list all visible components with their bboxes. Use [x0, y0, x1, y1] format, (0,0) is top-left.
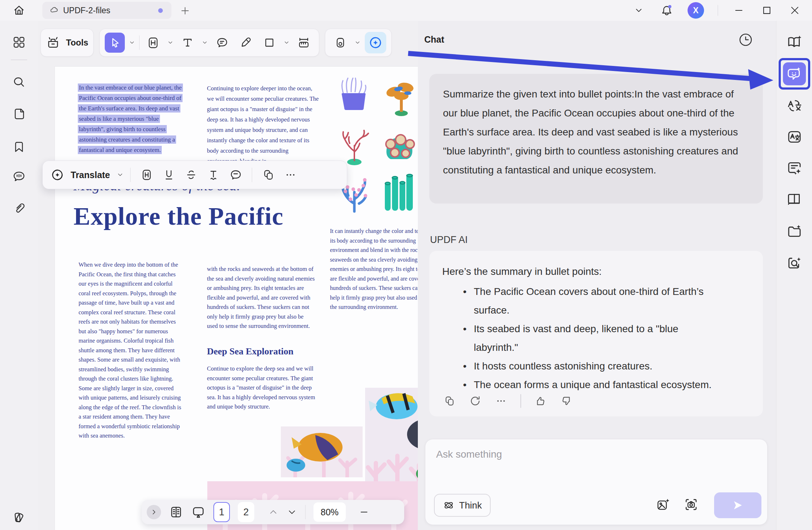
sidebar-item-thumbnails[interactable]: [12, 35, 26, 49]
highlight-button[interactable]: [137, 165, 156, 185]
coral-image-red-branch: [335, 122, 374, 166]
translate-box-icon: [787, 129, 802, 145]
sidebar-item-translate[interactable]: [786, 97, 803, 114]
comment-button[interactable]: [226, 165, 245, 185]
page-number-next[interactable]: 2: [238, 502, 254, 522]
sidebar-item-attachments[interactable]: [12, 200, 26, 214]
document-tab[interactable]: UPDF-2-files: [42, 2, 171, 19]
screenshot-button[interactable]: [683, 497, 699, 512]
new-tab-button[interactable]: [179, 4, 192, 17]
cursor-icon: [109, 37, 121, 49]
copy-response-button[interactable]: [443, 395, 456, 407]
measure-tool-button[interactable]: [294, 33, 314, 53]
more-options-button[interactable]: [281, 165, 300, 185]
sidebar-item-comments[interactable]: [12, 169, 26, 183]
select-tool-dropdown[interactable]: [128, 39, 136, 46]
clock-icon: [738, 32, 754, 48]
book-pages-icon: [787, 191, 802, 207]
thumbs-down-button[interactable]: [560, 395, 573, 407]
zoom-out-button[interactable]: [359, 507, 369, 517]
thumbs-up-button[interactable]: [534, 395, 547, 407]
column2-bottom-block: with the rocks and seaweeds at the botto…: [207, 264, 315, 412]
pen-tool-button[interactable]: [236, 33, 256, 53]
translate-label[interactable]: Translate: [71, 170, 110, 180]
chat-panel-title: Chat: [424, 34, 444, 45]
sidebar-item-search[interactable]: [12, 75, 26, 90]
ai-swirl-icon: [368, 35, 383, 50]
text-tool-button[interactable]: [178, 33, 198, 53]
presentation-mode-button[interactable]: [191, 505, 206, 519]
more-response-options-button[interactable]: [495, 395, 508, 407]
expand-bar-button[interactable]: [147, 505, 161, 519]
sidebar-item-pages[interactable]: [12, 107, 26, 121]
notifications-button[interactable]: [660, 3, 674, 18]
pdf-page[interactable]: In the vast embrace of our blue planet, …: [55, 67, 418, 530]
maximize-button[interactable]: [760, 3, 774, 18]
sidebar-item-ai-chat-active[interactable]: [779, 58, 810, 90]
ai-assistant-button[interactable]: [365, 32, 386, 53]
chat-history-button[interactable]: [737, 32, 754, 48]
shape-tool-dropdown[interactable]: [283, 39, 290, 46]
collapse-toolbar-button[interactable]: [632, 3, 646, 18]
chevron-down-icon: [202, 39, 208, 46]
plus-icon: [180, 5, 190, 16]
page-number-current[interactable]: 1: [213, 502, 230, 522]
comment-bubble-icon: [216, 36, 228, 49]
sidebar-item-translate-page[interactable]: [786, 129, 803, 145]
strikethrough-button[interactable]: [181, 165, 201, 185]
selected-paragraph[interactable]: In the vast embrace of our blue planet, …: [78, 82, 184, 155]
maximize-icon: [761, 5, 773, 16]
previous-page-button[interactable]: [268, 507, 279, 517]
stamp-tool-button[interactable]: [330, 33, 350, 53]
think-toggle-button[interactable]: Think: [434, 494, 491, 517]
sidebar-item-ai-search[interactable]: [786, 256, 803, 272]
selection-toolbar: Translate: [42, 161, 347, 189]
chat-input-placeholder[interactable]: Ask something: [436, 449, 502, 460]
coral-image-orange-tree: [380, 75, 418, 119]
chevron-down-icon: [117, 171, 124, 178]
sidebar-item-side-by-side[interactable]: [786, 191, 803, 207]
underline-button[interactable]: [159, 165, 179, 185]
search-icon: [12, 76, 26, 89]
user-avatar[interactable]: X: [688, 2, 704, 19]
close-icon: [789, 5, 801, 16]
insert-image-button[interactable]: [655, 497, 671, 512]
edit-text-tool-button[interactable]: [143, 33, 163, 53]
ai-swirl-icon: [51, 168, 64, 182]
regenerate-button[interactable]: [469, 395, 482, 407]
think-label: Think: [459, 500, 482, 511]
thumbs-up-icon: [534, 395, 547, 407]
sidebar-item-bookmarks[interactable]: [12, 140, 26, 154]
ai-response-card: Here’s the summary in bullet points: The…: [429, 251, 763, 416]
sidebar-item-ai-read[interactable]: [786, 34, 803, 50]
comment-tool-button[interactable]: [212, 33, 232, 53]
sidebar-item-ai-write[interactable]: [786, 160, 803, 176]
select-tool-button[interactable]: [105, 33, 125, 53]
sidebar-item-ai-files[interactable]: [786, 223, 803, 240]
user-message-bubble[interactable]: Summarize the given text into bullet poi…: [429, 74, 763, 204]
copy-button[interactable]: [259, 165, 278, 185]
edit-tool-dropdown[interactable]: [167, 39, 174, 46]
sidebar-item-appearance[interactable]: [12, 510, 26, 525]
zoom-level[interactable]: 80%: [313, 502, 346, 522]
minimize-button[interactable]: [732, 3, 746, 18]
ai-chat-smiley-icon: [787, 66, 802, 82]
squiggly-underline-button[interactable]: [204, 165, 223, 185]
text-tool-dropdown[interactable]: [201, 39, 208, 46]
translate-dropdown[interactable]: [117, 171, 124, 178]
tools-group[interactable]: Tools: [41, 29, 94, 57]
page-layout-button[interactable]: [169, 505, 183, 519]
send-button[interactable]: [714, 492, 761, 518]
stamp-tool-dropdown[interactable]: [354, 39, 361, 46]
deep-sea-heading: Deep Sea Exploration: [207, 347, 315, 357]
right-sidebar: [776, 21, 812, 530]
shape-tool-button[interactable]: [259, 33, 279, 53]
close-button[interactable]: [788, 3, 802, 18]
edit-tools-group: [99, 29, 319, 57]
chat-input-box[interactable]: Ask something Think: [425, 439, 768, 525]
chevron-down-icon: [167, 39, 174, 46]
ai-response-author: UPDF AI: [430, 234, 468, 245]
ai-chat-active-button[interactable]: [783, 62, 806, 85]
home-button[interactable]: [11, 3, 27, 18]
next-page-button[interactable]: [287, 507, 297, 517]
